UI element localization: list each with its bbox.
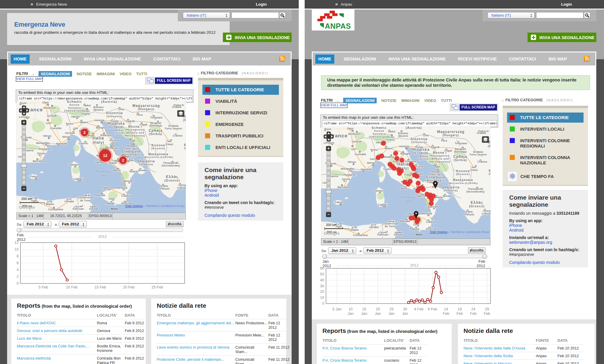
category-swatch bbox=[510, 138, 515, 143]
column-header-titolo: TITOLO bbox=[464, 337, 536, 344]
zoom-slider-track[interactable] bbox=[22, 126, 26, 185]
howto-link-android[interactable]: Android bbox=[509, 228, 581, 232]
map-layers-button[interactable] bbox=[482, 136, 489, 143]
report-title-link[interactable]: Previsioni Meteo bbox=[157, 331, 235, 344]
category-item-interruzione-servizi[interactable]: INTERRUZIONE SERVIZI bbox=[202, 110, 279, 116]
timeline-series-line bbox=[56, 246, 67, 280]
column-header-localita: LOCALITA' bbox=[384, 337, 410, 344]
report-title-link[interactable]: il Piano neve dell'ATAC bbox=[17, 319, 97, 327]
data-point[interactable] bbox=[437, 276, 440, 278]
zoom-slider-track[interactable] bbox=[327, 152, 330, 211]
cell-date: Feb 12 2012 bbox=[268, 319, 290, 331]
y-axis-tick: 20 bbox=[315, 290, 324, 294]
data-point[interactable] bbox=[432, 286, 434, 289]
map-data-link[interactable]: Dati mappa bbox=[430, 230, 448, 234]
report-title-link[interactable]: Neve: l'intervento della Sicilia bbox=[464, 352, 536, 360]
report-title-link[interactable]: P.A. Croce Bianca Teramo bbox=[322, 357, 384, 364]
zoom-out-button[interactable]: − bbox=[326, 212, 331, 217]
category-item-enti-locali-e-ufficiali[interactable]: ENTI LOCALI E UFFICIALI bbox=[202, 145, 279, 150]
category-filter-header: ↓FILTRO CATEGORIE [NASCONDI] bbox=[502, 98, 573, 102]
table-row: Neve: l'intervento della SiciliaAnpasFeb… bbox=[464, 352, 584, 360]
data-point[interactable] bbox=[410, 299, 413, 302]
data-point[interactable] bbox=[429, 300, 432, 302]
hide-categories-link[interactable]: [NASCONDI] bbox=[242, 71, 268, 75]
category-item-tutte-le-categorie[interactable]: TUTTE LE CATEGORIE bbox=[202, 85, 279, 95]
data-point[interactable] bbox=[435, 271, 437, 274]
column-header-titolo: TITOLO bbox=[17, 312, 97, 319]
data-point[interactable] bbox=[55, 245, 57, 247]
data-point[interactable] bbox=[426, 298, 429, 301]
report-title-link[interactable]: Genova: orari e percorsi della autobotti bbox=[17, 327, 97, 335]
map-layers-button[interactable] bbox=[177, 110, 184, 117]
terms-link[interactable]: Termini e condizioni d'uso bbox=[450, 230, 489, 234]
report-title-link[interactable]: Emergenza maltempo: gli aggiornamenti de… bbox=[157, 319, 235, 331]
pan-left-icon bbox=[325, 135, 326, 138]
data-point[interactable] bbox=[66, 279, 68, 281]
report-title-link[interactable]: Mancanza Elettricità via Colle San Paolo… bbox=[17, 342, 97, 355]
cell-secondary: News Protezione... bbox=[235, 319, 268, 331]
y-axis-tick: 2 bbox=[10, 275, 19, 279]
category-item-emergenze[interactable]: EMERGENZE bbox=[202, 122, 279, 127]
category-swatch bbox=[205, 87, 210, 92]
howto-link-iphone[interactable]: iPhone bbox=[509, 223, 581, 228]
cell-secondary: Previsioni Mete... bbox=[235, 331, 268, 344]
report-title-link[interactable]: Protezione Civile: persiste il maltempo.… bbox=[157, 356, 235, 364]
map-pan-control[interactable] bbox=[324, 132, 334, 142]
how-to-report-box: Come inviare una segnalazione By using a… bbox=[198, 162, 283, 221]
reports-box: Reports (from the map, listed in chronol… bbox=[317, 324, 452, 364]
zoom-in-button[interactable]: + bbox=[326, 146, 331, 151]
howto-label-inviando-un-email-a-: Inviando un'email a: bbox=[509, 235, 581, 240]
howto-link-compilando-questo-modulo[interactable]: Compilando questo modulo bbox=[509, 260, 581, 265]
column-header-titolo: TITOLO bbox=[157, 312, 235, 319]
map-pan-control[interactable] bbox=[19, 105, 29, 116]
category-item-tutte-le-categorie[interactable]: TUTTE LE CATEGORIE bbox=[507, 113, 584, 123]
data-point[interactable] bbox=[416, 299, 418, 301]
hide-categories-link[interactable]: [NASCONDI] bbox=[547, 98, 573, 102]
column-header-data: DATA bbox=[410, 337, 427, 344]
category-item-viabilit-[interactable]: VIABILITÀ bbox=[202, 99, 279, 104]
howto-link-android[interactable]: Android bbox=[204, 193, 277, 198]
report-title-link[interactable]: Neve: l'intervento in Abruzzo bbox=[464, 360, 536, 364]
data-point[interactable] bbox=[440, 291, 442, 294]
category-swatch bbox=[510, 126, 515, 132]
cell-date: Feb 8 2012 bbox=[125, 342, 145, 355]
category-item-trasporti-pubblici[interactable]: TRASPORTI PUBBLICI bbox=[202, 133, 279, 139]
report-title-link[interactable]: Neve: l'intervento della Valle D'Aosta bbox=[464, 344, 536, 352]
category-label: TRASPORTI PUBBLICI bbox=[215, 133, 263, 139]
how-to-report-title: Come inviare una segnalazione bbox=[509, 194, 581, 208]
pan-up-icon bbox=[327, 132, 330, 134]
data-point[interactable] bbox=[424, 301, 426, 304]
category-item-che-tempo-fa[interactable]: ❅CHE TEMPO FA bbox=[507, 172, 584, 181]
zoom-out-button[interactable]: − bbox=[21, 186, 26, 191]
howto-link-compilando-questo-modulo[interactable]: Compilando questo modulo bbox=[204, 213, 277, 218]
data-point[interactable] bbox=[408, 301, 410, 304]
zoom-slider-handle[interactable] bbox=[21, 164, 27, 168]
data-point[interactable] bbox=[413, 301, 415, 303]
terms-link[interactable]: Termini e condizioni d'uso bbox=[146, 204, 185, 208]
category-item-interventi-colonna-nazionale[interactable]: INTERVENTI COLONNA NAZIONALE bbox=[507, 155, 584, 166]
data-point[interactable] bbox=[60, 269, 63, 271]
category-item-interventi-colonne-regionali[interactable]: INTERVENTI COLONNE REGIONALI bbox=[507, 138, 584, 149]
howto-link-webmaster-anpas-org[interactable]: webmaster@anpas.org bbox=[509, 240, 581, 245]
map-data-link[interactable]: Dati mappa bbox=[125, 204, 143, 208]
table-row: Neve: l'intervento della Valle D'AostaAn… bbox=[464, 344, 584, 352]
zoom-in-button[interactable]: + bbox=[21, 120, 26, 125]
table-row: P.A. Croce Bianca TeramopietracamelaFeb … bbox=[322, 344, 427, 357]
zoom-slider-handle[interactable] bbox=[326, 190, 331, 194]
category-label: INTERRUZIONE SERVIZI bbox=[215, 110, 267, 116]
arrow-down-icon: ↓ bbox=[502, 98, 504, 102]
data-point[interactable] bbox=[418, 300, 421, 302]
howto-link-iphone[interactable]: iPhone bbox=[204, 188, 277, 193]
report-title-link[interactable]: Lieve evento sismico in provincia di Ver… bbox=[157, 344, 235, 356]
data-point[interactable] bbox=[421, 299, 424, 301]
report-title-link[interactable]: P.A. Croce Bianca Teramo bbox=[322, 344, 384, 357]
news-table: TITOLOFONTEDATAEmergenza maltempo: gli a… bbox=[157, 312, 290, 364]
map-attribution: Dati mappa - Termini e condizioni d'uso bbox=[125, 204, 185, 208]
reports-title: Reports bbox=[17, 302, 40, 309]
report-title-link[interactable]: Luco dei Marsi bbox=[17, 335, 97, 342]
report-title-link[interactable]: Mancanza elettricità bbox=[17, 355, 97, 364]
x-axis-tick: 5 Feb bbox=[34, 285, 52, 290]
category-item-interventi-locali[interactable]: INTERVENTI LOCALI bbox=[507, 126, 584, 132]
howto-label-creando-un-tweet-con-lo-: Creando un tweet con lo hashtag/s: bbox=[509, 247, 581, 252]
column-header-localita: LOCALITA' bbox=[97, 312, 125, 319]
